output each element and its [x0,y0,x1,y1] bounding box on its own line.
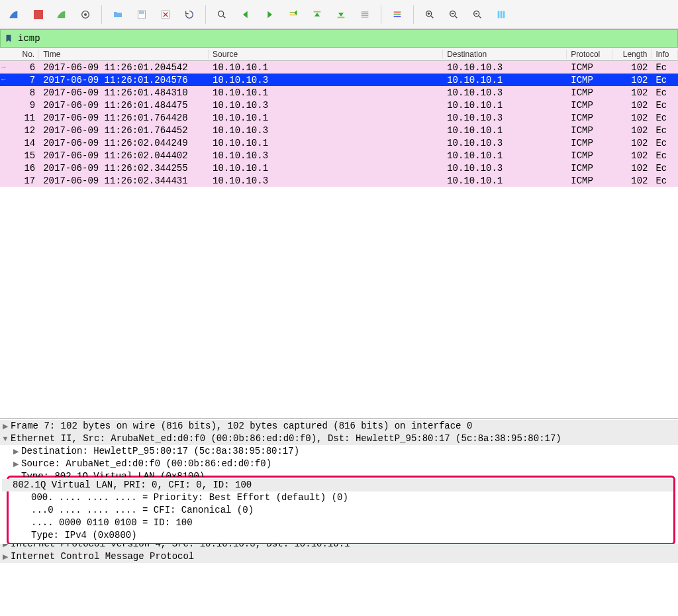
cell-time: 2017-06-09 11:26:02.044402 [39,150,209,161]
cell-time: 2017-06-09 11:26:01.764452 [39,125,209,136]
tree-eth-src[interactable]: ▶ Source: ArubaNet_ed:d0:f0 (00:0b:86:ed… [0,458,678,470]
packet-row[interactable]: 122017-06-09 11:26:01.76445210.10.10.310… [0,124,678,136]
packet-row[interactable]: 172017-06-09 11:26:02.34443110.10.10.310… [0,174,678,187]
packet-row[interactable]: 152017-06-09 11:26:02.04440210.10.10.310… [0,149,678,162]
svg-rect-23 [501,11,503,18]
cell-src: 10.10.10.1 [209,87,443,98]
cell-time: 2017-06-09 11:26:01.484310 [39,87,209,98]
open-file-icon[interactable] [108,5,128,25]
tree-ip[interactable]: ▶ Internet Protocol Version 4, Src: 10.1… [0,544,678,550]
go-to-packet-icon[interactable] [283,5,303,25]
column-header-time[interactable]: Time [39,50,209,59]
colorize-icon[interactable] [387,5,407,25]
save-file-icon[interactable] [132,5,152,25]
cell-src: 10.10.10.3 [209,150,443,161]
packet-row[interactable]: 92017-06-09 11:26:01.48447510.10.10.310.… [0,99,678,111]
column-header-destination[interactable]: Destination [443,50,567,59]
cell-dst: 10.10.10.3 [443,62,567,73]
capture-options-icon[interactable] [75,5,95,25]
tree-label: Internet Control Message Protocol [11,550,194,563]
svg-rect-4 [139,11,144,12]
expand-toggle-icon[interactable]: ▶ [0,420,11,433]
cell-time: 2017-06-09 11:26:02.344255 [39,163,209,174]
expand-toggle-icon[interactable]: ▶ [0,544,11,550]
reload-file-icon[interactable] [179,5,199,25]
cell-info: Ec [652,138,678,148]
tree-ethernet[interactable]: ▼ Ethernet II, Src: ArubaNet_ed:d0:f0 (0… [0,433,678,445]
tree-vlan-id[interactable]: .... 0000 0110 0100 = ID: 100 [10,517,673,529]
packet-row[interactable]: 162017-06-09 11:26:02.34425510.10.10.110… [0,162,678,174]
cell-info: Ec [652,163,678,174]
tree-vlan-type[interactable]: Type: IPv4 (0x0800) [10,529,673,542]
expand-toggle-icon[interactable]: ▶ [0,550,11,563]
column-header-length[interactable]: Length [612,50,652,59]
tree-vlan-cfi[interactable]: ...0 .... .... .... = CFI: Canonical (0) [10,504,673,517]
cell-dst: 10.10.10.1 [443,176,567,186]
cell-len: 102 [612,125,652,136]
go-forward-icon[interactable] [260,5,279,25]
shark-fin-icon[interactable] [4,5,24,25]
go-first-icon[interactable] [307,5,327,25]
column-header-source[interactable]: Source [209,50,443,59]
tree-vlan[interactable]: 802.1Q Virtual LAN, PRI: 0, CFI: 0, ID: … [2,479,673,491]
cell-info: Ec [652,100,678,111]
go-back-icon[interactable] [236,5,256,25]
tree-label: Ethernet II, Src: ArubaNet_ed:d0:f0 (00:… [11,433,561,445]
collapse-toggle-icon[interactable]: ▼ [0,433,11,445]
tree-label: Destination: HewlettP_95:80:17 (5c:8a:38… [21,445,299,458]
tree-label: Source: ArubaNet_ed:d0:f0 (00:0b:86:ed:d… [21,458,271,470]
bookmark-icon[interactable] [3,33,14,44]
expand-toggle-icon[interactable]: ▶ [11,458,21,470]
cell-len: 102 [612,113,652,123]
stop-capture-icon[interactable] [28,5,48,25]
tree-label: .... 0000 0110 0100 = ID: 100 [31,517,193,529]
zoom-out-icon[interactable] [444,5,463,25]
column-header-info[interactable]: Info [652,50,678,59]
column-header-no[interactable]: No. [0,50,39,59]
find-packet-icon[interactable] [212,5,232,25]
packet-list-header[interactable]: No. Time Source Destination Protocol Len… [0,48,678,61]
display-filter-input[interactable] [17,32,675,45]
packet-row[interactable]: 112017-06-09 11:26:01.76442810.10.10.110… [0,111,678,124]
zoom-reset-icon[interactable] [467,5,487,25]
tree-vlan-pri[interactable]: 000. .... .... .... = Priority: Best Eff… [10,491,673,504]
cell-time: 2017-06-09 11:26:01.204542 [39,62,209,73]
cell-time: 2017-06-09 11:26:01.204576 [39,75,209,85]
tree-frame[interactable]: ▶ Frame 7: 102 bytes on wire (816 bits),… [0,420,678,433]
autoscroll-icon[interactable] [355,5,375,25]
packet-row[interactable]: 82017-06-09 11:26:01.48431010.10.10.110.… [0,86,678,99]
zoom-in-icon[interactable] [420,5,440,25]
svg-point-7 [218,11,224,16]
cell-dst: 10.10.10.3 [443,163,567,174]
packet-row[interactable]: →62017-06-09 11:26:01.20454210.10.10.110… [0,61,678,74]
tree-label: Type: IPv4 (0x0800) [31,529,137,542]
packet-row[interactable]: 142017-06-09 11:26:02.04424910.10.10.110… [0,136,678,149]
cell-time: 2017-06-09 11:26:02.044249 [39,138,209,148]
packet-list-body[interactable]: →62017-06-09 11:26:01.20454210.10.10.110… [0,61,678,418]
tree-label: 802.1Q Virtual LAN, PRI: 0, CFI: 0, ID: … [13,479,252,491]
go-last-icon[interactable] [331,5,351,25]
expand-toggle-icon[interactable]: ▶ [11,445,21,458]
cell-src: 10.10.10.1 [209,113,443,123]
cell-src: 10.10.10.1 [209,62,443,73]
reply-arrow-icon: → [1,63,6,71]
packet-row[interactable]: ←72017-06-09 11:26:01.20457610.10.10.310… [0,74,678,86]
tree-icmp[interactable]: ▶ Internet Control Message Protocol [0,550,678,563]
toolbar-separator [381,5,381,24]
toolbar-separator [413,5,414,24]
svg-rect-22 [498,11,500,18]
svg-rect-5 [139,13,144,13]
restart-capture-icon[interactable] [52,5,72,25]
cell-len: 102 [612,150,652,161]
resize-columns-icon[interactable] [491,5,511,25]
cell-prot: ICMP [567,113,612,123]
tree-eth-dst[interactable]: ▶ Destination: HewlettP_95:80:17 (5c:8a:… [0,445,678,458]
close-file-icon[interactable] [156,5,175,25]
cell-time: 2017-06-09 11:26:01.764428 [39,113,209,123]
cell-src: 10.10.10.3 [209,125,443,136]
cell-prot: ICMP [567,138,612,148]
packet-list-pane: No. Time Source Destination Protocol Len… [0,48,678,419]
packet-details-pane[interactable]: ▶ Frame 7: 102 bytes on wire (816 bits),… [0,419,678,616]
column-header-protocol[interactable]: Protocol [567,50,612,59]
svg-rect-12 [362,11,369,12]
